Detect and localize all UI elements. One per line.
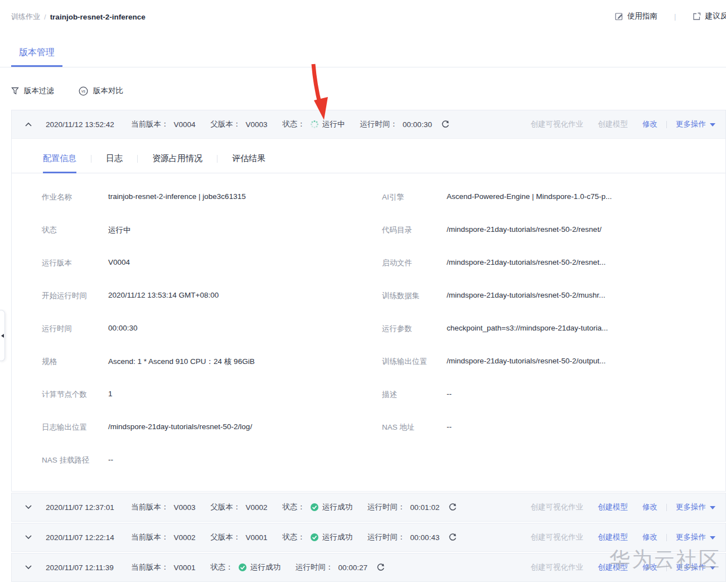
refresh-icon[interactable] (448, 533, 457, 542)
start-time-value: 2020/11/12 13:53:14 GMT+08:00 (108, 291, 382, 299)
version-timestamp: 2020/11/07 12:22:14 (46, 533, 131, 542)
svg-text:vs: vs (81, 89, 86, 93)
running-spinner-icon (310, 120, 319, 129)
parent-version-value: V0003 (246, 120, 268, 129)
breadcrumb-separator: / (44, 13, 46, 21)
tab-version-management[interactable]: 版本管理 (11, 45, 62, 67)
create-visual-job-button[interactable]: 创建可视化作业 (531, 119, 584, 129)
version-compare-button[interactable]: vs 版本对比 (79, 86, 123, 96)
more-actions-dropdown[interactable]: 更多操作 (676, 502, 715, 512)
page-tab-bar: 版本管理 (0, 45, 726, 67)
version-row-header: 2020/11/07 12:37:01 当前版本：V0003 父版本：V0002… (12, 493, 725, 521)
vs-circle-icon: vs (79, 86, 88, 96)
description-value: -- (447, 390, 725, 398)
create-model-button[interactable]: 创建模型 (598, 562, 628, 572)
chevron-down-icon (710, 123, 715, 127)
more-actions-dropdown[interactable]: 更多操作 (676, 562, 715, 572)
output-path-value: /mindspore-21day-tutorials/resnet-50-2/o… (447, 357, 725, 365)
actions-divider (666, 564, 667, 571)
version-actions: 创建可视化作业 创建模型 修改 更多操作 (516, 532, 716, 542)
breadcrumb: 训练作业 / trainjob-resnet-2-inference (11, 12, 146, 22)
version-row-header: 2020/11/07 12:11:39 当前版本：V0001 状态： 运行成功 … (12, 553, 725, 581)
version-item-v0001: 2020/11/07 12:11:39 当前版本：V0001 状态： 运行成功 … (11, 553, 726, 582)
refresh-icon[interactable] (441, 120, 450, 129)
boot-file-value: /mindspore-21day-tutorials/resnet-50-2/r… (447, 258, 725, 266)
status-text: 运行成功 (322, 502, 352, 512)
side-drawer-handle[interactable] (0, 310, 5, 361)
tab-resource-usage[interactable]: 资源占用情况 (152, 153, 202, 172)
modify-button[interactable]: 修改 (642, 532, 657, 542)
config-grid: 作业名称trainjob-resnet-2-inference | jobe3c… (12, 173, 725, 491)
version-list: 2020/11/12 13:52:42 当前版本：V0004 父版本：V0003… (11, 110, 726, 582)
code-dir-value: /mindspore-21day-tutorials/resnet-50-2/r… (447, 225, 725, 234)
actions-divider (666, 534, 667, 541)
current-version-value: V0004 (174, 120, 196, 129)
job-name-value: trainjob-resnet-2-inference | jobe3c6131… (108, 192, 382, 201)
more-actions-dropdown[interactable]: 更多操作 (676, 119, 715, 129)
version-item-v0003: 2020/11/07 12:37:01 当前版本：V0003 父版本：V0002… (11, 493, 726, 522)
chevron-left-icon (1, 334, 4, 338)
status-value: 运行中 (108, 225, 382, 235)
feedback-link[interactable]: 建议反馈 (693, 11, 726, 21)
version-timestamp: 2020/11/07 12:11:39 (46, 563, 131, 572)
success-check-icon (310, 533, 319, 542)
ai-engine-value: Ascend-Powered-Engine | Mindspore-1.0-c7… (447, 192, 725, 201)
chevron-down-icon (710, 566, 715, 570)
dataset-value: /mindspore-21day-tutorials/resnet-50-2/m… (447, 291, 725, 299)
run-params-value: checkpoint_path=s3://mindspore-21day-tut… (447, 324, 725, 332)
version-detail-panel: 配置信息 日志 资源占用情况 评估结果 作业名称trainjob-resnet-… (12, 138, 725, 491)
create-model-button[interactable]: 创建模型 (598, 119, 628, 129)
nas-address-value: -- (447, 422, 725, 431)
version-actions: 创建可视化作业 创建模型 修改 更多操作 (516, 562, 716, 572)
create-visual-job-button[interactable]: 创建可视化作业 (531, 562, 584, 572)
version-timestamp: 2020/11/07 12:37:01 (46, 503, 131, 512)
chevron-down-icon (710, 506, 715, 509)
version-actions: 创建可视化作业 创建模型 修改 更多操作 (516, 119, 716, 129)
log-path-value: /mindspore-21day-tutorials/resnet-50-2/l… (108, 422, 382, 431)
run-version-value: V0004 (108, 258, 382, 266)
status-text: 运行成功 (250, 562, 280, 572)
more-actions-dropdown[interactable]: 更多操作 (676, 532, 715, 542)
top-bar: 训练作业 / trainjob-resnet-2-inference 使用指南 … (0, 0, 726, 26)
create-model-button[interactable]: 创建模型 (598, 532, 628, 542)
create-model-button[interactable]: 创建模型 (598, 502, 628, 512)
tab-config-info[interactable]: 配置信息 (43, 153, 76, 173)
spec-value: Ascend: 1 * Ascend 910 CPU：24 核 96GiB (108, 357, 382, 367)
status-text: 运行成功 (322, 532, 352, 542)
filter-funnel-icon (11, 87, 19, 95)
version-filter-button[interactable]: 版本过滤 (11, 86, 54, 96)
tab-evaluation-result[interactable]: 评估结果 (232, 153, 265, 172)
breadcrumb-parent-link[interactable]: 训练作业 (11, 12, 40, 22)
guide-doc-pen-icon (615, 12, 623, 21)
modify-button[interactable]: 修改 (642, 502, 657, 512)
breadcrumb-current: trainjob-resnet-2-inference (50, 13, 146, 21)
usage-guide-link[interactable]: 使用指南 (615, 11, 657, 21)
collapse-chevron-up-icon[interactable] (25, 121, 33, 128)
modify-button[interactable]: 修改 (642, 562, 657, 572)
version-actions: 创建可视化作业 创建模型 修改 更多操作 (516, 502, 716, 512)
success-check-icon (310, 503, 319, 512)
success-check-icon (238, 563, 247, 572)
top-links-separator: | (674, 12, 676, 21)
refresh-icon[interactable] (376, 563, 385, 572)
version-row-header: 2020/11/07 12:22:14 当前版本：V0002 父版本：V0001… (12, 523, 725, 551)
create-visual-job-button[interactable]: 创建可视化作业 (531, 532, 584, 542)
expand-chevron-down-icon[interactable] (25, 504, 33, 511)
tab-logs[interactable]: 日志 (106, 153, 123, 172)
actions-divider (666, 121, 667, 128)
version-item-v0004: 2020/11/12 13:52:42 当前版本：V0004 父版本：V0003… (11, 110, 726, 492)
expand-chevron-down-icon[interactable] (25, 534, 33, 541)
detail-tab-bar: 配置信息 日志 资源占用情况 评估结果 (12, 139, 725, 173)
node-count-value: 1 (108, 390, 382, 398)
create-visual-job-button[interactable]: 创建可视化作业 (531, 502, 584, 512)
actions-divider (666, 504, 667, 511)
version-item-v0002: 2020/11/07 12:22:14 当前版本：V0002 父版本：V0001… (11, 523, 726, 552)
status-text: 运行中 (322, 119, 345, 129)
refresh-icon[interactable] (448, 503, 457, 512)
duration-value: 00:00:30 (403, 120, 432, 129)
version-toolbar: 版本过滤 vs 版本对比 (11, 86, 726, 96)
expand-chevron-down-icon[interactable] (25, 564, 33, 571)
modify-button[interactable]: 修改 (642, 119, 657, 129)
version-row-header: 2020/11/12 13:52:42 当前版本：V0004 父版本：V0003… (12, 110, 725, 138)
run-duration-value: 00:00:30 (108, 324, 382, 332)
